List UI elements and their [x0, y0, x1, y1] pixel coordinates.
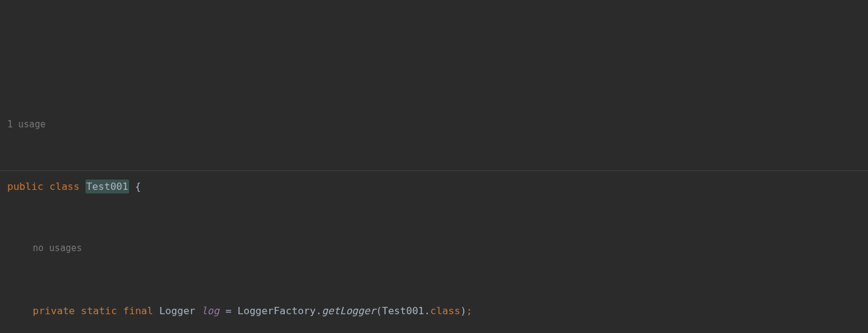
code-editor[interactable]: 1 usage public class Test001 { no usages… [0, 56, 868, 333]
keyword-static: static [81, 304, 117, 318]
type-loggerfactory: LoggerFactory [238, 304, 316, 318]
usage-hint-line: 1 usage [7, 115, 868, 135]
usage-hint-line: no usages [7, 238, 868, 258]
keyword-class-literal: class [430, 304, 461, 318]
keyword-private: private [33, 304, 75, 318]
method-getlogger: getLogger [322, 304, 376, 318]
usage-hint[interactable]: 1 usage [7, 118, 45, 131]
field-log: log [201, 304, 219, 318]
code-line[interactable]: private static final Logger log = Logger… [7, 301, 868, 321]
keyword-public: public [7, 180, 44, 193]
keyword-final: final [123, 304, 153, 318]
type-logger: Logger [159, 304, 196, 318]
code-line[interactable]: public class Test001 { [7, 177, 868, 197]
brace-open: { [135, 180, 141, 193]
separator-line [0, 170, 868, 171]
class-name-highlight[interactable]: Test001 [85, 180, 129, 193]
usage-hint[interactable]: no usages [33, 242, 82, 255]
keyword-class: class [50, 180, 80, 193]
ref-test001: Test001 [382, 304, 424, 318]
